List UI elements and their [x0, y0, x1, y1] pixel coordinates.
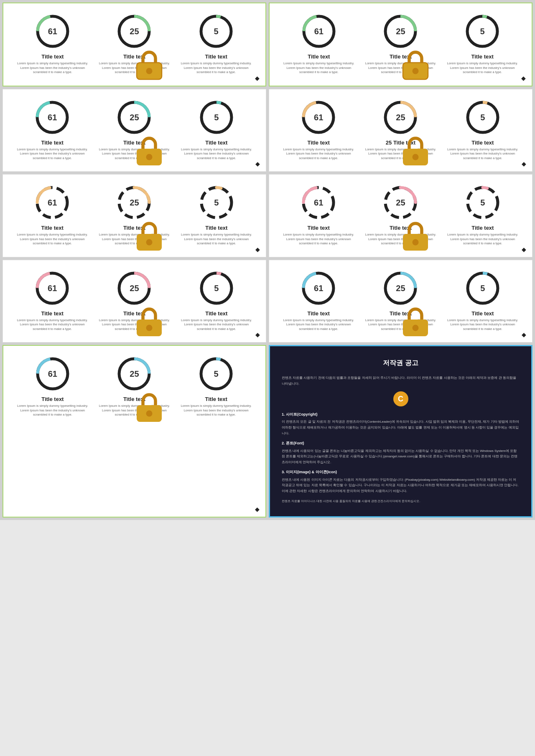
copyright-footer: 컨텐츠 자료를 아이디나스 대한 사전에 사용 품질와의 자료를 사용에 관한 …: [282, 499, 520, 504]
lock-icon-1: [130, 46, 138, 53]
copyright-body: 컨텐츠 자료를 사용하기 전에 다음의 법률과 조항들을 자세히 읽어 주시기 …: [282, 375, 520, 504]
value-23: 25: [396, 283, 405, 293]
value-27: 5: [214, 369, 219, 379]
circle-item-2: 25 Title text Lorem Ipsum is simply dumm…: [97, 13, 171, 75]
circles-row-9: 61 Title text Lorem Ipsum is simply dumm…: [12, 355, 257, 417]
circles-row-5: 61 Title text Lorem Ipsum is simply dumm…: [11, 184, 257, 246]
lock-icon-9: [130, 388, 138, 396]
circle-item-23: 25 Title text Lorem Ipsum is simply dumm…: [364, 269, 438, 332]
slide-2: 61 Title text Lorem Ipsum is simply dumm…: [269, 3, 532, 86]
diamond-icon-9: ◆: [255, 506, 260, 512]
copyright-section-title-3: 3. 이미지(Image) & 아이콘(Icon): [282, 469, 520, 475]
copyright-section-1: 1. 사이트(Copyright) 이 컨텐츠의 모든 글 및 자료의 전 저작…: [282, 411, 520, 436]
desc-9: Lorem Ipsum is simply dummy typesetting …: [179, 147, 253, 161]
circle-item-3: 5 Title text Lorem Ipsum is simply dummy…: [179, 13, 253, 75]
svg-point-61: [413, 325, 419, 331]
value-25: 61: [48, 369, 57, 379]
slide-4: 61 Title text Lorem Ipsum is simply dumm…: [269, 89, 532, 172]
circles-row-4: 61 Title text Lorem Ipsum is simply dumm…: [278, 99, 524, 161]
circle-item-18: 5 Title text Lorem Ipsum is simply dummy…: [446, 184, 520, 246]
copyright-section-title-1: 1. 사이트(Copyright): [282, 411, 520, 418]
value-24: 5: [480, 283, 485, 293]
copyright-section-title-2: 2. 폰트(Font): [282, 440, 520, 446]
lock-icon-5: [130, 217, 138, 225]
copyright-title: 저작권 공고: [282, 359, 520, 368]
svg-point-45: [413, 239, 419, 246]
value-15: 5: [214, 198, 219, 208]
copyright-section-2: 2. 폰트(Font) 컨텐츠 내에 사용되어 있는 글꼴 폰트는 나눔바른고딕…: [282, 440, 520, 465]
donut-4: 61: [300, 13, 338, 50]
title-22: Title text: [308, 310, 330, 317]
value-1: 61: [48, 27, 57, 36]
value-3: 5: [214, 27, 219, 36]
value-13: 61: [48, 198, 57, 208]
circle-item-12: 5 Title text Lorem Ipsum is simply dummy…: [446, 99, 520, 161]
circle-item-15: 5 Title text Lorem Ipsum is simply dummy…: [179, 184, 253, 246]
diamond-icon-4: ◆: [522, 160, 526, 167]
svg-point-53: [146, 325, 153, 331]
value-4: 61: [314, 27, 324, 36]
diamond-icon-8: ◆: [522, 331, 526, 338]
diamond-icon-6: ◆: [522, 246, 526, 253]
donut-2: 25: [115, 13, 153, 50]
donut-7: 61: [33, 99, 71, 136]
desc-15: Lorem Ipsum is simply dummy typesetting …: [179, 233, 253, 246]
value-8: 25: [130, 112, 139, 122]
page-container: 61 Title text Lorem Ipsum is simply dumm…: [0, 0, 535, 520]
circles-row-6: 61 Title text Lorem Ipsum is simply dumm…: [278, 184, 524, 246]
donut-3: 5: [197, 13, 235, 50]
slide-9: 61 Title text Lorem Ipsum is simply dumm…: [3, 345, 266, 518]
circle-item-10: 61 Title text Lorem Ipsum is simply dumm…: [282, 99, 356, 161]
value-2: 25: [130, 27, 139, 36]
title-19: Title text: [41, 310, 64, 317]
lock-icon-4: [397, 132, 404, 140]
donut-9: 5: [198, 99, 235, 136]
desc-6: Lorem Ipsum is simply dummy typesetting …: [446, 61, 519, 75]
value-5: 25: [396, 27, 405, 36]
circles-row: 61 Title text Lorem Ipsum is simply dumm…: [12, 13, 257, 75]
donut-13: 61: [33, 184, 71, 221]
donut-25: 61: [34, 355, 71, 393]
desc-7: Lorem Ipsum is simply dummy typesetting …: [15, 147, 89, 161]
donut-20: 25: [115, 269, 153, 307]
title-1: Title text: [41, 53, 64, 60]
donut-17: 25: [382, 184, 419, 221]
circle-item-16: 61 Title text Lorem Ipsum is simply dumm…: [282, 184, 356, 246]
value-18: 5: [480, 198, 485, 208]
desc-22: Lorem Ipsum is simply dummy typesetting …: [282, 318, 356, 332]
desc-25: Lorem Ipsum is simply dummy typesetting …: [16, 404, 89, 417]
diamond-icon-7: ◆: [255, 331, 260, 338]
desc-18: Lorem Ipsum is simply dummy typesetting …: [446, 233, 520, 246]
slide-8: 61 Title text Lorem Ipsum is simply dumm…: [269, 260, 532, 343]
donut-21: 5: [198, 269, 235, 307]
diamond-icon: ◆: [255, 75, 260, 81]
circles-row-2: 61 Title text Lorem Ipsum is simply dumm…: [278, 13, 523, 75]
desc-13: Lorem Ipsum is simply dummy typesetting …: [15, 233, 89, 246]
donut-27: 5: [197, 355, 235, 393]
circle-item-4: 61 Title text Lorem Ipsum is simply dumm…: [282, 13, 356, 75]
donut-22: 61: [300, 269, 337, 307]
circles-row-8: 61 Title text Lorem Ipsum is simply dumm…: [278, 269, 524, 332]
desc-19: Lorem Ipsum is simply dummy typesetting …: [15, 318, 89, 332]
circle-item-21: 5 Title text Lorem Ipsum is simply dummy…: [179, 269, 253, 332]
title-4: Title text: [308, 53, 330, 60]
value-16: 61: [314, 198, 323, 208]
svg-point-5: [146, 68, 153, 74]
copyright-section-text-2: 컨텐츠 내에 사용되어 있는 글꼴 폰트는 나눔바른고딕을 제외하고는 제작자의…: [282, 448, 520, 465]
diamond-icon-5: ◆: [255, 246, 260, 253]
title-16: Title text: [308, 225, 330, 231]
donut-19: 61: [33, 269, 71, 307]
donut-15: 5: [198, 184, 235, 221]
desc-24: Lorem Ipsum is simply dummy typesetting …: [446, 318, 520, 332]
svg-point-13: [413, 68, 419, 74]
circle-item-9: 5 Title text Lorem Ipsum is simply dummy…: [179, 99, 253, 161]
slide-1: 61 Title text Lorem Ipsum is simply dumm…: [3, 3, 266, 86]
title-10: Title text: [308, 140, 330, 146]
value-6: 5: [480, 27, 485, 36]
value-17: 25: [396, 198, 405, 208]
donut-12: 5: [464, 99, 502, 136]
lock-icon-2: [397, 46, 404, 53]
title-25: Title text: [41, 396, 64, 402]
donut-16: 61: [300, 184, 337, 221]
value-21: 5: [214, 283, 219, 293]
